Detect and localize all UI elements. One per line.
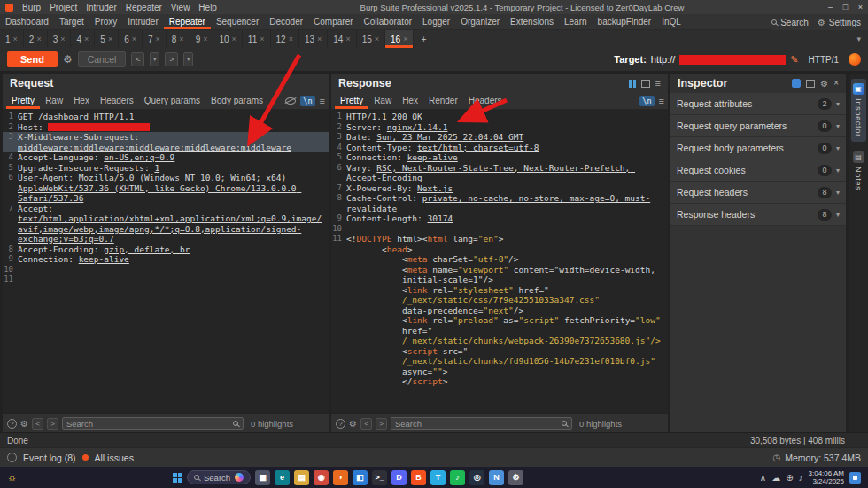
close-tab-icon[interactable]: × — [203, 35, 207, 43]
close-tab-icon[interactable]: × — [108, 35, 112, 43]
close-tab-icon[interactable]: × — [84, 35, 89, 43]
next-match-button[interactable]: > — [47, 418, 58, 430]
prev-match-button[interactable]: < — [32, 418, 43, 430]
dock-right-icon[interactable] — [792, 79, 801, 88]
request-view-tab[interactable]: Pretty — [6, 93, 40, 109]
repeater-tab[interactable]: 15 × — [357, 30, 385, 48]
repeater-tab[interactable]: 7 × — [143, 30, 167, 48]
layout-icon[interactable] — [641, 80, 650, 88]
edge-icon[interactable]: e — [275, 470, 290, 485]
repeater-tab[interactable]: 2 × — [24, 30, 48, 48]
repeater-tab[interactable]: 8 × — [167, 30, 190, 48]
prev-match-button[interactable]: < — [360, 418, 372, 430]
main-tab[interactable]: Sequencer — [211, 14, 264, 29]
notification-center-icon[interactable] — [849, 472, 861, 484]
main-tab[interactable]: Organizer — [455, 14, 505, 29]
menu-intruder[interactable]: Intruder — [81, 3, 120, 12]
close-tab-icon[interactable]: × — [260, 35, 264, 43]
editor-menu-icon[interactable]: ≡ — [659, 97, 664, 106]
inspector-section[interactable]: Request query parameters 0 ▾ — [670, 115, 846, 137]
next-match-button[interactable]: > — [376, 418, 387, 430]
close-tab-icon[interactable]: × — [156, 35, 160, 43]
newline-toggle-icon[interactable]: \n — [639, 96, 654, 106]
pause-icon[interactable] — [629, 80, 636, 88]
close-tab-icon[interactable]: × — [375, 35, 379, 43]
close-button[interactable]: × — [853, 3, 868, 12]
burp-icon[interactable]: B — [411, 470, 426, 485]
history-back-dropdown-icon[interactable]: ▾ — [150, 52, 159, 66]
add-tab-button[interactable]: + — [414, 30, 433, 48]
repeater-tab[interactable]: 11 × — [243, 30, 271, 48]
firefox-icon[interactable]: ◗ — [333, 470, 348, 485]
hide-nonprintable-icon[interactable] — [285, 97, 296, 105]
close-tab-icon[interactable]: × — [345, 35, 350, 43]
menu-project[interactable]: Project — [45, 3, 81, 12]
request-view-tab[interactable]: Body params — [205, 93, 268, 109]
editor-menu-icon[interactable]: ≡ — [320, 97, 325, 106]
main-tab[interactable]: Extensions — [505, 14, 559, 29]
start-button-icon[interactable] — [173, 473, 182, 483]
help-icon[interactable]: ? — [7, 419, 17, 429]
http-version-toggle[interactable]: HTTP/1 — [809, 55, 839, 65]
inspector-section[interactable]: Request headers 8 ▾ — [670, 182, 846, 204]
inspector-section[interactable]: Request cookies 0 ▾ — [670, 159, 846, 182]
all-issues-link[interactable]: All issues — [95, 453, 134, 463]
global-search[interactable]: Search — [771, 18, 809, 27]
weather-widget-icon[interactable]: ☼ — [7, 471, 17, 484]
request-view-tab[interactable]: Query params — [139, 93, 205, 109]
vscode-icon[interactable]: ◧ — [353, 470, 368, 485]
spotify-icon[interactable]: ♪ — [450, 470, 465, 485]
menu-help[interactable]: Help — [194, 3, 221, 12]
send-settings-gear-icon[interactable]: ⚙ — [63, 53, 73, 66]
response-view-tab[interactable]: Render — [423, 93, 463, 109]
menu-view[interactable]: View — [167, 3, 195, 12]
tab-overflow-icon[interactable]: ▾ — [856, 30, 868, 48]
repeater-tab[interactable]: 1 × — [0, 30, 24, 48]
repeater-tab[interactable]: 16 × — [385, 30, 414, 48]
repeater-tab[interactable]: 5 × — [95, 30, 119, 48]
minimize-button[interactable]: – — [823, 3, 838, 12]
sidebar-tab-inspector[interactable]: ▣ Inspector — [851, 79, 866, 142]
request-view-tab[interactable]: Hex — [68, 93, 95, 109]
newline-toggle-icon[interactable]: \n — [300, 96, 314, 106]
main-tab[interactable]: Decoder — [264, 14, 308, 29]
taskbar-clock[interactable]: 3:04:06 AM 3/24/2025 — [809, 469, 844, 486]
main-tab[interactable]: Learn — [559, 14, 593, 29]
global-settings[interactable]: ⚙ Settings — [818, 18, 861, 27]
search-settings-gear-icon[interactable]: ⚙ — [20, 419, 28, 429]
repeater-tab[interactable]: 10 × — [213, 30, 242, 48]
help-icon[interactable]: ? — [336, 419, 345, 429]
main-tab[interactable]: backupFinder — [593, 14, 657, 29]
main-tab[interactable]: Comparer — [308, 14, 358, 29]
onedrive-icon[interactable]: ☁ — [771, 473, 780, 483]
edit-target-icon[interactable]: ✎ — [790, 54, 798, 66]
repeater-tab[interactable]: 12 × — [271, 30, 299, 48]
menu-burp[interactable]: Burp — [18, 3, 45, 12]
main-tab[interactable]: Collaborator — [359, 14, 417, 29]
history-forward-button[interactable]: > — [165, 52, 178, 66]
telegram-icon[interactable]: T — [430, 470, 446, 485]
volume-icon[interactable]: ♪ — [799, 473, 803, 483]
inspector-settings-gear-icon[interactable]: ⚙ — [820, 79, 828, 89]
request-search-input[interactable] — [62, 417, 244, 430]
taskbar-search[interactable]: Search — [187, 470, 251, 484]
request-editor[interactable]: 1 GET /dashboard HTTP/1.1 2 Host: 3 X-Mi… — [3, 110, 329, 413]
inspector-section[interactable]: Response headers 8 ▾ — [670, 204, 846, 226]
close-tab-icon[interactable]: × — [36, 35, 41, 43]
response-view-tab[interactable]: Raw — [368, 93, 397, 109]
panel-menu-icon[interactable]: ≡ — [655, 79, 661, 89]
main-tab[interactable]: Logger — [417, 14, 455, 29]
file-explorer-icon[interactable]: ▤ — [294, 470, 309, 485]
main-tab[interactable]: InQL — [656, 14, 686, 29]
inspector-section[interactable]: Request body parameters 0 ▾ — [670, 137, 846, 159]
main-tab[interactable]: Dashboard — [0, 14, 54, 29]
response-view-tab[interactable]: Headers — [463, 93, 508, 109]
close-tab-icon[interactable]: × — [60, 35, 65, 43]
repeater-tab[interactable]: 13 × — [299, 30, 328, 48]
sidebar-tab-notes[interactable]: ▤ Notes — [851, 147, 866, 195]
main-tab[interactable]: Proxy — [89, 14, 123, 29]
search-settings-gear-icon[interactable]: ⚙ — [349, 419, 357, 429]
chrome-icon[interactable]: ◉ — [314, 470, 329, 485]
close-tab-icon[interactable]: × — [232, 35, 236, 43]
steam-icon[interactable]: ◎ — [469, 470, 484, 485]
